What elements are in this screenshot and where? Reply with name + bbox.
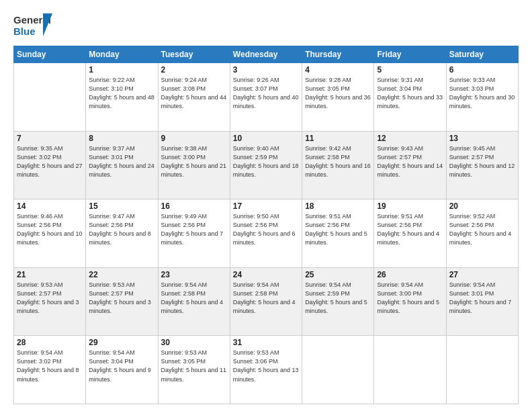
calendar-day-cell: 24Sunrise: 9:54 AM Sunset: 2:58 PM Dayli…	[230, 267, 302, 336]
weekday-header-tuesday: Tuesday	[158, 46, 230, 63]
calendar-day-cell: 27Sunrise: 9:54 AM Sunset: 3:01 PM Dayli…	[446, 267, 518, 336]
day-number: 17	[233, 201, 299, 211]
day-number: 25	[305, 270, 371, 279]
day-number: 6	[449, 65, 515, 75]
day-info: Sunrise: 9:47 AM Sunset: 2:56 PM Dayligh…	[89, 212, 154, 247]
day-number: 11	[305, 134, 371, 143]
day-number: 2	[161, 65, 227, 75]
day-number: 22	[89, 270, 154, 279]
day-info: Sunrise: 9:51 AM Sunset: 2:56 PM Dayligh…	[377, 212, 443, 247]
calendar-day-cell: 3Sunrise: 9:26 AM Sunset: 3:07 PM Daylig…	[230, 63, 302, 132]
day-info: Sunrise: 9:54 AM Sunset: 2:58 PM Dayligh…	[161, 281, 227, 316]
day-number: 28	[17, 338, 83, 347]
day-info: Sunrise: 9:45 AM Sunset: 2:57 PM Dayligh…	[449, 144, 515, 179]
day-number: 9	[161, 134, 227, 143]
header: GeneralBlue	[13, 12, 519, 39]
day-number: 4	[305, 65, 371, 75]
day-number: 10	[233, 134, 299, 143]
day-info: Sunrise: 9:42 AM Sunset: 2:58 PM Dayligh…	[305, 144, 371, 179]
day-info: Sunrise: 9:54 AM Sunset: 3:04 PM Dayligh…	[89, 349, 154, 383]
calendar-day-cell: 2Sunrise: 9:24 AM Sunset: 3:08 PM Daylig…	[158, 63, 230, 132]
day-info: Sunrise: 9:54 AM Sunset: 3:00 PM Dayligh…	[377, 281, 443, 316]
calendar-day-cell: 20Sunrise: 9:52 AM Sunset: 2:56 PM Dayli…	[446, 199, 518, 268]
calendar-day-cell: 14Sunrise: 9:46 AM Sunset: 2:56 PM Dayli…	[14, 199, 86, 268]
day-number: 15	[89, 201, 154, 211]
day-info: Sunrise: 9:54 AM Sunset: 3:01 PM Dayligh…	[449, 281, 515, 316]
calendar-day-cell: 28Sunrise: 9:54 AM Sunset: 3:02 PM Dayli…	[14, 336, 86, 404]
calendar-day-cell: 26Sunrise: 9:54 AM Sunset: 3:00 PM Dayli…	[374, 267, 446, 336]
day-number: 8	[89, 134, 154, 143]
day-number: 14	[17, 201, 83, 211]
day-info: Sunrise: 9:53 AM Sunset: 2:57 PM Dayligh…	[17, 281, 83, 316]
calendar-day-cell: 22Sunrise: 9:53 AM Sunset: 2:57 PM Dayli…	[86, 267, 158, 336]
calendar-day-cell: 21Sunrise: 9:53 AM Sunset: 2:57 PM Dayli…	[14, 267, 86, 336]
weekday-header-sunday: Sunday	[14, 46, 86, 63]
day-number: 23	[161, 270, 227, 279]
calendar-day-cell	[446, 336, 518, 404]
calendar-day-cell: 5Sunrise: 9:31 AM Sunset: 3:04 PM Daylig…	[374, 63, 446, 132]
calendar-header-row: SundayMondayTuesdayWednesdayThursdayFrid…	[14, 46, 519, 63]
day-number: 13	[449, 134, 515, 143]
calendar-week-row: 21Sunrise: 9:53 AM Sunset: 2:57 PM Dayli…	[14, 267, 519, 336]
calendar-day-cell: 13Sunrise: 9:45 AM Sunset: 2:57 PM Dayli…	[446, 131, 518, 199]
day-number: 7	[17, 134, 83, 143]
calendar-day-cell: 15Sunrise: 9:47 AM Sunset: 2:56 PM Dayli…	[86, 199, 158, 268]
day-number: 19	[377, 201, 443, 211]
day-number: 3	[233, 65, 299, 75]
day-number: 1	[89, 65, 154, 75]
weekday-header-thursday: Thursday	[302, 46, 374, 63]
day-info: Sunrise: 9:26 AM Sunset: 3:07 PM Dayligh…	[233, 76, 299, 111]
calendar-day-cell	[374, 336, 446, 404]
calendar-week-row: 28Sunrise: 9:54 AM Sunset: 3:02 PM Dayli…	[14, 336, 519, 404]
calendar-day-cell: 31Sunrise: 9:53 AM Sunset: 3:06 PM Dayli…	[230, 336, 302, 404]
day-info: Sunrise: 9:51 AM Sunset: 2:56 PM Dayligh…	[305, 212, 371, 247]
calendar-day-cell: 29Sunrise: 9:54 AM Sunset: 3:04 PM Dayli…	[86, 336, 158, 404]
calendar-table: SundayMondayTuesdayWednesdayThursdayFrid…	[13, 46, 519, 404]
calendar-day-cell: 12Sunrise: 9:43 AM Sunset: 2:57 PM Dayli…	[374, 131, 446, 199]
day-number: 29	[89, 338, 154, 347]
day-info: Sunrise: 9:31 AM Sunset: 3:04 PM Dayligh…	[377, 76, 443, 111]
day-number: 31	[233, 338, 299, 347]
calendar-day-cell: 30Sunrise: 9:53 AM Sunset: 3:05 PM Dayli…	[158, 336, 230, 404]
day-number: 5	[377, 65, 443, 75]
calendar-day-cell: 10Sunrise: 9:40 AM Sunset: 2:59 PM Dayli…	[230, 131, 302, 199]
day-number: 30	[161, 338, 227, 347]
day-info: Sunrise: 9:35 AM Sunset: 3:02 PM Dayligh…	[17, 144, 83, 179]
logo: GeneralBlue	[13, 12, 57, 39]
calendar-day-cell	[302, 336, 374, 404]
weekday-header-friday: Friday	[374, 46, 446, 63]
day-info: Sunrise: 9:28 AM Sunset: 3:05 PM Dayligh…	[305, 76, 371, 111]
day-number: 12	[377, 134, 443, 143]
calendar-week-row: 7Sunrise: 9:35 AM Sunset: 3:02 PM Daylig…	[14, 131, 519, 199]
day-info: Sunrise: 9:37 AM Sunset: 3:01 PM Dayligh…	[89, 144, 154, 179]
day-number: 18	[305, 201, 371, 211]
day-info: Sunrise: 9:54 AM Sunset: 3:02 PM Dayligh…	[17, 349, 83, 383]
day-number: 21	[17, 270, 83, 279]
logo-svg: GeneralBlue	[13, 12, 57, 39]
day-info: Sunrise: 9:43 AM Sunset: 2:57 PM Dayligh…	[377, 144, 443, 179]
day-info: Sunrise: 9:52 AM Sunset: 2:56 PM Dayligh…	[449, 212, 515, 247]
calendar-day-cell: 11Sunrise: 9:42 AM Sunset: 2:58 PM Dayli…	[302, 131, 374, 199]
calendar-day-cell: 6Sunrise: 9:33 AM Sunset: 3:03 PM Daylig…	[446, 63, 518, 132]
day-info: Sunrise: 9:46 AM Sunset: 2:56 PM Dayligh…	[17, 212, 83, 247]
day-info: Sunrise: 9:53 AM Sunset: 3:05 PM Dayligh…	[161, 349, 227, 383]
day-info: Sunrise: 9:54 AM Sunset: 2:58 PM Dayligh…	[233, 281, 299, 316]
weekday-header-wednesday: Wednesday	[230, 46, 302, 63]
day-number: 20	[449, 201, 515, 211]
weekday-header-saturday: Saturday	[446, 46, 518, 63]
calendar-week-row: 14Sunrise: 9:46 AM Sunset: 2:56 PM Dayli…	[14, 199, 519, 268]
day-number: 27	[449, 270, 515, 279]
day-info: Sunrise: 9:54 AM Sunset: 2:59 PM Dayligh…	[305, 281, 371, 316]
day-info: Sunrise: 9:40 AM Sunset: 2:59 PM Dayligh…	[233, 144, 299, 179]
calendar-day-cell: 18Sunrise: 9:51 AM Sunset: 2:56 PM Dayli…	[302, 199, 374, 268]
calendar-day-cell: 17Sunrise: 9:50 AM Sunset: 2:56 PM Dayli…	[230, 199, 302, 268]
calendar-day-cell: 4Sunrise: 9:28 AM Sunset: 3:05 PM Daylig…	[302, 63, 374, 132]
day-number: 24	[233, 270, 299, 279]
day-info: Sunrise: 9:22 AM Sunset: 3:10 PM Dayligh…	[89, 76, 154, 111]
page: GeneralBlue SundayMondayTuesdayWednesday…	[0, 0, 532, 411]
day-info: Sunrise: 9:50 AM Sunset: 2:56 PM Dayligh…	[233, 212, 299, 247]
calendar-day-cell: 8Sunrise: 9:37 AM Sunset: 3:01 PM Daylig…	[86, 131, 158, 199]
calendar-day-cell	[14, 63, 86, 132]
calendar-day-cell: 25Sunrise: 9:54 AM Sunset: 2:59 PM Dayli…	[302, 267, 374, 336]
calendar-day-cell: 23Sunrise: 9:54 AM Sunset: 2:58 PM Dayli…	[158, 267, 230, 336]
